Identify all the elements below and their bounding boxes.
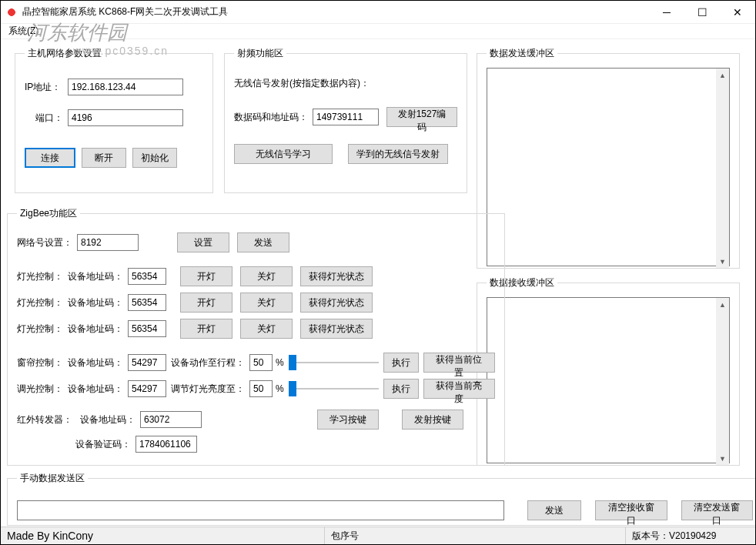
dimmer-get-bright[interactable]: 获得当前亮度 bbox=[423, 379, 495, 399]
pct-label: % bbox=[276, 357, 284, 368]
sendbuf-legend: 数据发送缓冲区 bbox=[487, 47, 557, 60]
port-input[interactable] bbox=[68, 109, 183, 126]
titlebar: 晶控智能家居系统 KC868-F网关二次开发调试工具 ─ ☐ ✕ bbox=[1, 1, 755, 24]
ir-verify-label: 设备验证码： bbox=[75, 438, 131, 451]
manual-legend: 手动数据发送区 bbox=[17, 472, 88, 485]
light-off-3[interactable]: 关灯 bbox=[240, 319, 293, 339]
light-addr-3[interactable] bbox=[128, 320, 166, 337]
light-addr-1[interactable] bbox=[128, 268, 166, 285]
light-off-2[interactable]: 关灯 bbox=[240, 293, 293, 313]
host-group: 主机网络参数设置 IP地址： 端口： 连接 断开 初始化 bbox=[15, 47, 213, 193]
light-addr-2[interactable] bbox=[128, 294, 166, 311]
status-madeby: Made By KinCony bbox=[1, 530, 324, 542]
recvbuf-group: 数据接收缓冲区 ▲▼ bbox=[477, 276, 740, 466]
light-get-1[interactable]: 获得灯光状态 bbox=[300, 266, 373, 286]
dimmer-pct[interactable] bbox=[249, 380, 273, 397]
close-button[interactable]: ✕ bbox=[720, 1, 755, 24]
clear-send[interactable]: 清空发送窗口 bbox=[681, 500, 753, 520]
sendbuf-textarea[interactable] bbox=[487, 68, 730, 266]
dimmer-label: 调光控制： bbox=[17, 383, 63, 396]
net-send-button[interactable]: 发送 bbox=[237, 232, 289, 252]
dimmer-execute[interactable]: 执行 bbox=[383, 379, 419, 399]
curtain-action-label: 设备动作至行程： bbox=[171, 356, 245, 369]
port-label: 端口： bbox=[25, 112, 63, 125]
net-label: 网络号设置： bbox=[17, 236, 72, 249]
scrollbar[interactable]: ▲▼ bbox=[716, 69, 729, 268]
curtain-label: 窗帘控制： bbox=[17, 356, 63, 369]
minimize-button[interactable]: ─ bbox=[649, 1, 684, 24]
statusbar: Made By KinCony 包序号 版本号：V20190429 bbox=[1, 527, 755, 544]
curtain-addr[interactable] bbox=[128, 354, 166, 371]
light-on-2[interactable]: 开灯 bbox=[180, 293, 232, 313]
manual-send[interactable]: 发送 bbox=[527, 500, 581, 520]
light-label-3: 灯光控制： bbox=[17, 323, 63, 336]
app-icon bbox=[5, 6, 18, 18]
dimmer-addr[interactable] bbox=[128, 380, 166, 397]
ir-learn-key[interactable]: 学习按键 bbox=[317, 410, 379, 430]
addr-label: 设备地址码： bbox=[68, 270, 123, 283]
manual-input[interactable] bbox=[17, 500, 504, 520]
zigbee-legend: ZigBee功能区 bbox=[17, 207, 80, 220]
send-1527-button[interactable]: 发射1527编码 bbox=[386, 107, 457, 127]
curtain-slider[interactable] bbox=[289, 355, 380, 370]
light-label-1: 灯光控制： bbox=[17, 270, 63, 283]
curtain-get-pos[interactable]: 获得当前位置 bbox=[423, 353, 495, 373]
light-on-1[interactable]: 开灯 bbox=[180, 266, 232, 286]
rf-learn-button[interactable]: 无线信号学习 bbox=[234, 144, 333, 164]
clear-recv[interactable]: 清空接收窗口 bbox=[595, 500, 667, 520]
pct-label: % bbox=[276, 383, 284, 394]
rf-code-input[interactable] bbox=[313, 109, 379, 125]
addr-label: 设备地址码： bbox=[68, 323, 123, 336]
rf-group: 射频功能区 无线信号发射(按指定数据内容)： 数据码和地址码： 发射1527编码… bbox=[224, 47, 467, 193]
ir-send-key[interactable]: 发射按键 bbox=[402, 410, 463, 430]
rf-legend: 射频功能区 bbox=[234, 47, 286, 60]
net-input[interactable] bbox=[77, 234, 139, 251]
scrollbar[interactable]: ▲▼ bbox=[716, 298, 729, 465]
addr-label: 设备地址码： bbox=[68, 383, 123, 396]
rf-send-learned-button[interactable]: 学到的无线信号发射 bbox=[348, 144, 448, 164]
ip-input[interactable] bbox=[68, 79, 183, 95]
menu-system[interactable]: 系统(Z) bbox=[4, 23, 43, 39]
ip-label: IP地址： bbox=[25, 81, 63, 94]
addr-label: 设备地址码： bbox=[68, 296, 123, 309]
curtain-pct[interactable] bbox=[249, 354, 273, 371]
disconnect-button[interactable]: 断开 bbox=[82, 148, 126, 168]
addr-label: 设备地址码： bbox=[80, 413, 135, 426]
net-set-button[interactable]: 设置 bbox=[177, 232, 229, 252]
light-on-3[interactable]: 开灯 bbox=[180, 319, 232, 339]
light-get-3[interactable]: 获得灯光状态 bbox=[300, 319, 373, 339]
light-label-2: 灯光控制： bbox=[17, 296, 63, 309]
ir-addr[interactable] bbox=[140, 411, 202, 428]
dimmer-action-label: 调节灯光亮度至： bbox=[171, 383, 245, 396]
sendbuf-group: 数据发送缓冲区 ▲▼ bbox=[477, 47, 740, 269]
addr-label: 设备地址码： bbox=[68, 356, 123, 369]
host-legend: 主机网络参数设置 bbox=[25, 47, 105, 60]
menubar: 系统(Z) bbox=[1, 24, 755, 39]
curtain-execute[interactable]: 执行 bbox=[383, 353, 419, 373]
ir-label: 红外转发器： bbox=[17, 413, 72, 426]
status-version: 版本号：V20190429 bbox=[626, 530, 722, 543]
manual-group: 手动数据发送区 发送 清空接收窗口 清空发送窗口 bbox=[7, 472, 756, 526]
dimmer-slider[interactable] bbox=[289, 381, 380, 396]
light-off-1[interactable]: 关灯 bbox=[240, 266, 293, 286]
zigbee-group: ZigBee功能区 网络号设置： 设置 发送 灯光控制： 设备地址码： 开灯 关… bbox=[7, 207, 505, 466]
light-get-2[interactable]: 获得灯光状态 bbox=[300, 293, 373, 313]
init-button[interactable]: 初始化 bbox=[132, 148, 177, 168]
maximize-button[interactable]: ☐ bbox=[684, 1, 720, 24]
rf-code-label: 数据码和地址码： bbox=[234, 111, 308, 124]
connect-button[interactable]: 连接 bbox=[25, 148, 75, 168]
ir-verify[interactable] bbox=[135, 436, 197, 453]
status-pkg: 包序号 bbox=[325, 530, 625, 543]
window-title: 晶控智能家居系统 KC868-F网关二次开发调试工具 bbox=[22, 5, 649, 18]
rf-desc: 无线信号发射(按指定数据内容)： bbox=[234, 77, 370, 90]
recvbuf-textarea[interactable] bbox=[487, 297, 730, 463]
